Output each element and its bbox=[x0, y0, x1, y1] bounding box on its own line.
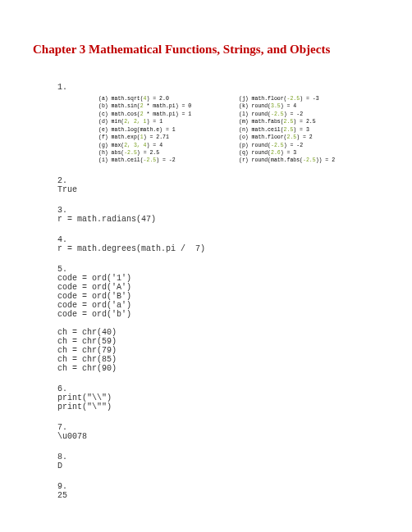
answer-line: (m) math.fabs(2.5) = 2.5 bbox=[239, 118, 379, 125]
answer-line: (o) math.floor(2.5) = 2 bbox=[239, 134, 379, 141]
q6-body: print("\\") print("\"") bbox=[57, 393, 379, 412]
q8-num: 8. bbox=[57, 452, 379, 462]
q6-num: 6. bbox=[57, 384, 379, 393]
answer-line: (h) abs(-2.5) = 2.5 bbox=[98, 149, 239, 157]
chapter-title: Chapter 3 Mathematical Functions, String… bbox=[33, 41, 379, 58]
q5-body: code = ord('1') code = ord('A') code = o… bbox=[57, 274, 379, 373]
answer-line: (e) math.log(math.e) = 1 bbox=[98, 126, 239, 134]
q7-body: \u0078 bbox=[57, 432, 379, 441]
question-8: 8. D bbox=[57, 452, 379, 471]
answer-line: (r) round(math.fabs(-2.5)) = 2 bbox=[239, 157, 379, 164]
q1-col-b: (j) math.floor(-2.5) = -3(k) round(3.5) … bbox=[239, 95, 379, 165]
question-1: 1. (a) math.sqrt(4) = 2.0(b) math.sin(2 … bbox=[57, 83, 379, 165]
q5-num: 5. bbox=[57, 265, 379, 274]
q2-num: 2. bbox=[57, 176, 379, 185]
question-5: 5. code = ord('1') code = ord('A') code … bbox=[57, 265, 379, 373]
answer-line: (g) max(2, 3, 4) = 4 bbox=[98, 142, 239, 149]
answer-line: (c) math.cos(2 * math.pi) = 1 bbox=[98, 111, 239, 118]
q8-body: D bbox=[57, 462, 379, 471]
q9-num: 9. bbox=[57, 482, 379, 491]
answer-line: (p) round(-2.5) = -2 bbox=[239, 142, 379, 149]
question-2: 2. True bbox=[57, 176, 379, 194]
q1-table: (a) math.sqrt(4) = 2.0(b) math.sin(2 * m… bbox=[98, 95, 379, 165]
answer-line: (j) math.floor(-2.5) = -3 bbox=[239, 95, 379, 102]
content-body: 1. (a) math.sqrt(4) = 2.0(b) math.sin(2 … bbox=[57, 83, 379, 500]
answer-line: (d) min(2, 2, 1) = 1 bbox=[98, 118, 239, 125]
answer-line: (a) math.sqrt(4) = 2.0 bbox=[98, 95, 239, 102]
question-7: 7. \u0078 bbox=[57, 423, 379, 441]
q1-num: 1. bbox=[57, 83, 379, 92]
q3-num: 3. bbox=[57, 206, 379, 215]
answer-line: (q) round(2.6) = 3 bbox=[239, 149, 379, 157]
q3-body: r = math.radians(47) bbox=[57, 215, 379, 224]
answer-line: (f) math.exp(1) = 2.71 bbox=[98, 134, 239, 141]
answer-line: (i) math.ceil(-2.5) = -2 bbox=[98, 157, 239, 164]
answer-line: (k) round(3.5) = 4 bbox=[239, 102, 379, 110]
q4-num: 4. bbox=[57, 235, 379, 244]
q4-body: r = math.degrees(math.pi / 7) bbox=[57, 244, 379, 253]
answer-line: (n) math.ceil(2.5) = 3 bbox=[239, 126, 379, 134]
q2-body: True bbox=[57, 185, 379, 194]
q7-num: 7. bbox=[57, 423, 379, 432]
answer-line: (b) math.sin(2 * math.pi) = 0 bbox=[98, 102, 239, 110]
answer-line: (l) round(-2.5) = -2 bbox=[239, 111, 379, 118]
question-3: 3. r = math.radians(47) bbox=[57, 206, 379, 224]
q1-col-a: (a) math.sqrt(4) = 2.0(b) math.sin(2 * m… bbox=[98, 95, 239, 165]
question-4: 4. r = math.degrees(math.pi / 7) bbox=[57, 235, 379, 253]
question-9: 9. 25 bbox=[57, 482, 379, 500]
q9-body: 25 bbox=[57, 491, 379, 500]
question-6: 6. print("\\") print("\"") bbox=[57, 384, 379, 412]
